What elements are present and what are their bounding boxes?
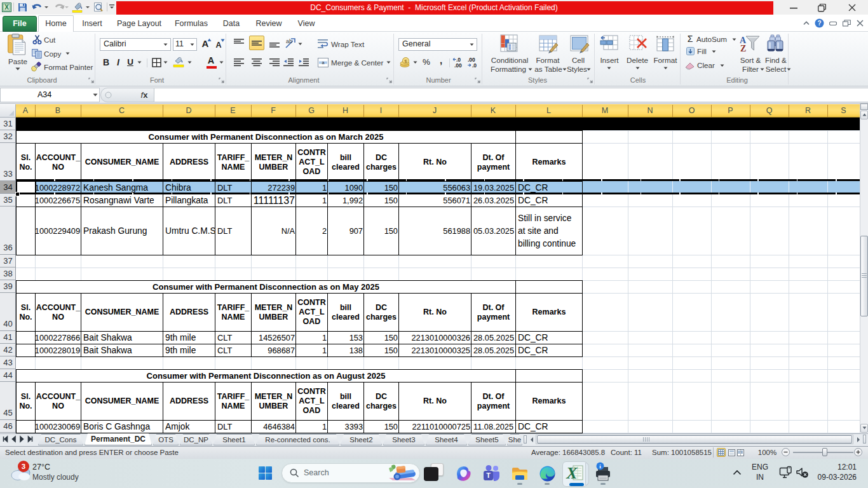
svg-text:X: X xyxy=(4,4,9,11)
svg-text:T: T xyxy=(486,471,491,479)
svg-text:.00: .00 xyxy=(454,62,462,68)
svg-text:X: X xyxy=(566,464,578,482)
svg-text:$: $ xyxy=(404,58,407,64)
svg-text:?: ? xyxy=(817,20,821,27)
svg-text:ab: ab xyxy=(286,38,292,44)
svg-text:a: a xyxy=(322,60,325,65)
svg-text:Z: Z xyxy=(740,44,746,52)
svg-text:.0: .0 xyxy=(472,62,477,68)
